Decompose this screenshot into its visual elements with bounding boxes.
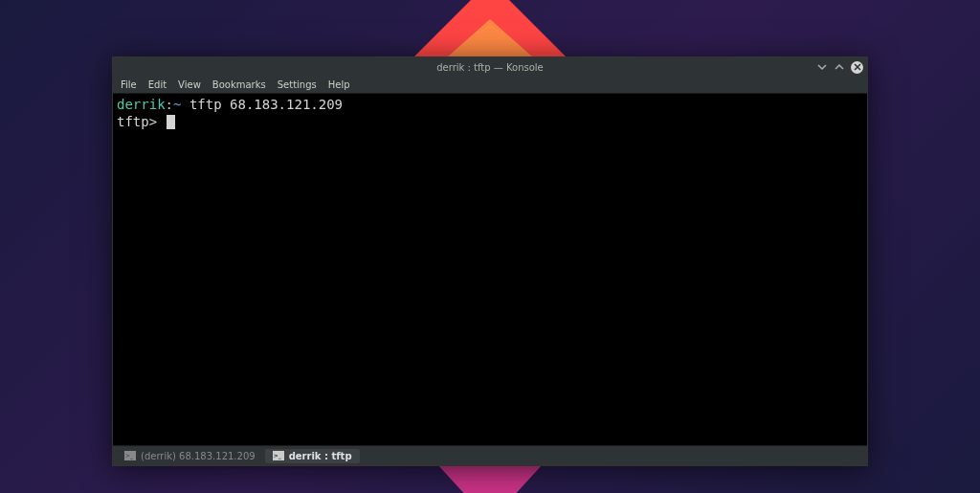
minimize-button[interactable] xyxy=(816,61,828,73)
terminal-icon xyxy=(124,451,136,460)
prompt-user: derrik xyxy=(117,97,166,112)
menu-view[interactable]: View xyxy=(178,79,201,90)
menu-edit[interactable]: Edit xyxy=(148,79,167,90)
menu-settings[interactable]: Settings xyxy=(278,79,317,90)
konsole-window: derrik : tftp — Konsole File Edit View B… xyxy=(112,56,868,466)
prompt-separator: : xyxy=(166,97,173,112)
terminal-line-1: derrik:~ tftp 68.183.121.209 xyxy=(117,96,863,113)
menu-help[interactable]: Help xyxy=(328,79,350,90)
menu-bookmarks[interactable]: Bookmarks xyxy=(212,79,266,90)
tab-label: (derrik) 68.183.121.209 xyxy=(141,451,256,461)
tab-label: derrik : tftp xyxy=(289,451,352,461)
tftp-prompt: tftp> xyxy=(117,114,166,129)
menu-file[interactable]: File xyxy=(121,79,137,90)
tabbar: (derrik) 68.183.121.209 derrik : tftp xyxy=(113,445,867,465)
tab-2-active[interactable]: derrik : tftp xyxy=(265,449,360,463)
menubar: File Edit View Bookmarks Settings Help xyxy=(113,77,867,94)
titlebar[interactable]: derrik : tftp — Konsole xyxy=(113,57,867,77)
window-controls xyxy=(816,61,863,74)
close-button[interactable] xyxy=(851,61,863,74)
terminal-line-2: tftp> xyxy=(117,113,863,130)
cursor-icon xyxy=(167,115,175,129)
tab-1[interactable]: (derrik) 68.183.121.209 xyxy=(117,449,263,463)
terminal-viewport[interactable]: derrik:~ tftp 68.183.121.209 tftp> xyxy=(113,94,867,445)
command-text: tftp 68.183.121.209 xyxy=(181,97,343,112)
maximize-button[interactable] xyxy=(834,61,845,73)
window-title: derrik : tftp — Konsole xyxy=(436,62,544,73)
terminal-icon xyxy=(273,451,284,460)
